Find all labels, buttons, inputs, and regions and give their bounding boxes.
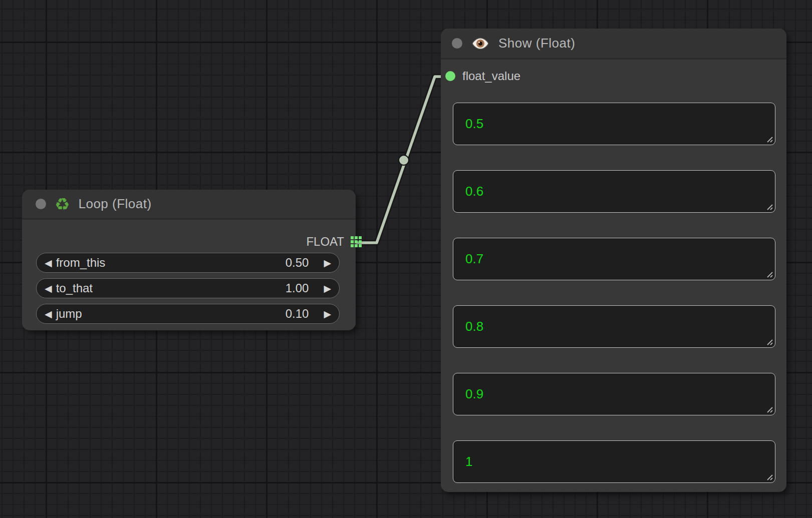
recycle-icon: ♻	[55, 196, 70, 213]
node-title: Show (Float)	[498, 36, 575, 51]
value-display-box[interactable]: 0.5	[453, 103, 775, 145]
increment-arrow-icon[interactable]: ▶	[324, 309, 331, 319]
widget-name: from_this	[56, 256, 286, 270]
resize-handle-icon[interactable]	[765, 473, 773, 481]
collapse-dot[interactable]	[36, 199, 46, 209]
node-title: Loop (Float)	[78, 196, 151, 212]
value-display-box[interactable]: 1	[453, 440, 775, 483]
value-display-box[interactable]: 0.9	[453, 373, 775, 415]
output-slot-label: FLOAT	[306, 235, 344, 249]
link-float-connection[interactable]	[356, 77, 441, 243]
node-loop-float[interactable]: ♻ Loop (Float) FLOAT ◀ from_this 0.50 ▶ …	[22, 190, 356, 330]
float-value-text: 0.7	[465, 251, 483, 267]
widget-from-this[interactable]: ◀ from_this 0.50 ▶	[36, 253, 340, 273]
show-node-header[interactable]: Show (Float)	[441, 29, 786, 60]
float-value-text: 0.9	[465, 386, 483, 402]
node-graph-canvas[interactable]: ♻ Loop (Float) FLOAT ◀ from_this 0.50 ▶ …	[0, 0, 812, 518]
widget-value[interactable]: 0.50	[286, 256, 309, 270]
input-slot-label: float_value	[462, 69, 520, 83]
widget-to-that[interactable]: ◀ to_that 1.00 ▶	[36, 278, 340, 298]
float-value-text: 0.5	[465, 116, 483, 132]
resize-handle-icon[interactable]	[765, 135, 773, 143]
collapse-dot[interactable]	[452, 38, 462, 49]
output-slot-float: FLOAT	[22, 232, 356, 252]
increment-arrow-icon[interactable]: ▶	[324, 258, 331, 268]
float-value-text: 1	[465, 454, 472, 469]
widget-name: to_that	[56, 281, 286, 295]
resize-handle-icon[interactable]	[765, 405, 773, 413]
widget-value[interactable]: 0.10	[286, 307, 309, 321]
decrement-arrow-icon[interactable]: ◀	[45, 284, 52, 293]
input-slot-float-value: float_value	[441, 68, 786, 85]
decrement-arrow-icon[interactable]: ◀	[45, 309, 52, 319]
link-midpoint-dot	[399, 155, 409, 165]
widget-jump[interactable]: ◀ jump 0.10 ▶	[36, 304, 340, 324]
value-display-box[interactable]: 0.8	[453, 305, 775, 348]
eye-icon	[472, 37, 489, 50]
resize-handle-icon[interactable]	[765, 338, 773, 346]
float-value-text: 0.6	[465, 184, 483, 199]
input-slot-dot[interactable]	[445, 71, 455, 81]
value-display-box[interactable]: 0.6	[453, 170, 775, 213]
resize-handle-icon[interactable]	[765, 203, 773, 211]
decrement-arrow-icon[interactable]: ◀	[45, 258, 52, 268]
widget-value[interactable]: 1.00	[286, 281, 309, 295]
widget-name: jump	[56, 307, 286, 321]
float-value-text: 0.8	[465, 319, 483, 334]
grid-list-output-icon[interactable]	[351, 236, 362, 247]
loop-node-header[interactable]: ♻ Loop (Float)	[22, 190, 356, 220]
node-show-float[interactable]: Show (Float) float_value 0.5 0.6 0.7	[441, 29, 786, 492]
increment-arrow-icon[interactable]: ▶	[324, 284, 331, 293]
resize-handle-icon[interactable]	[765, 270, 773, 278]
value-display-box[interactable]: 0.7	[453, 238, 775, 280]
